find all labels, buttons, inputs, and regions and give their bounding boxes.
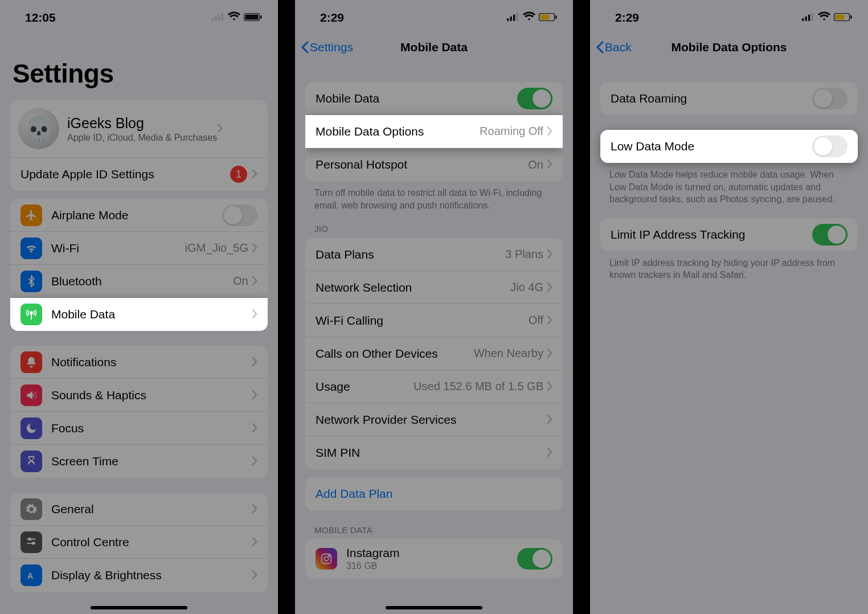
bell-icon [21, 351, 42, 373]
mobile-data-options-row[interactable]: Mobile Data Options Roaming Off [305, 115, 563, 148]
svg-point-22 [329, 555, 330, 556]
notifications-label: Notifications [51, 355, 252, 369]
app-toggle[interactable] [517, 548, 552, 570]
screen-time-row[interactable]: Screen Time [10, 445, 268, 478]
chevron-right-icon [547, 347, 552, 361]
svg-rect-14 [510, 17, 512, 21]
svg-rect-29 [850, 15, 852, 19]
bluetooth-label: Bluetooth [51, 275, 233, 288]
home-indicator[interactable] [91, 606, 187, 609]
profile-name: iGeeks Blog [67, 115, 217, 132]
status-right [212, 10, 262, 26]
bluetooth-row[interactable]: Bluetooth On [10, 265, 268, 298]
nav-bar: Back Mobile Data Options [590, 31, 868, 64]
mobile-data-group: Mobile Data Mobile Data Options Roaming … [305, 82, 563, 181]
control-centre-row[interactable]: Control Centre [10, 526, 268, 559]
chevron-right-icon [252, 535, 257, 549]
hotspot-label: Personal Hotspot [316, 158, 528, 171]
jio-group: Data Plans 3 Plans Network Selection Jio… [305, 238, 563, 469]
row-label: Usage [316, 380, 413, 394]
row-value: Off [529, 314, 543, 327]
row-label: SIM PIN [316, 446, 547, 460]
chevron-right-icon [217, 122, 223, 136]
provider-row[interactable]: Network Provider Services [305, 403, 563, 436]
status-right [802, 10, 852, 26]
bluetooth-value: On [233, 275, 248, 288]
wifi-label: Wi-Fi [51, 241, 185, 255]
mobile-data-label: Mobile Data [51, 308, 252, 321]
network-selection-row[interactable]: Network Selection Jio 4G [305, 271, 563, 304]
instagram-icon [316, 548, 337, 570]
options-value: Roaming Off [480, 125, 543, 138]
data-roaming-row[interactable]: Data Roaming [600, 82, 858, 115]
mobile-data-row[interactable]: Mobile Data [10, 298, 268, 331]
add-data-plan-row[interactable]: Add Data Plan [305, 477, 563, 510]
wifi-calling-row[interactable]: Wi-Fi Calling Off [305, 304, 563, 337]
data-plans-row[interactable]: Data Plans 3 Plans [305, 238, 563, 271]
svg-rect-6 [260, 15, 262, 19]
airplane-row[interactable]: Airplane Mode [10, 199, 268, 232]
roaming-group: Data Roaming [600, 82, 858, 115]
chevron-left-icon [301, 41, 309, 54]
svg-text:A: A [27, 571, 34, 580]
update-apple-id-label: Update Apple ID Settings [21, 167, 230, 181]
low-data-note: Low Data Mode helps reduce mobile data u… [609, 169, 849, 206]
row-label: Wi-Fi Calling [316, 314, 529, 328]
page-title: Mobile Data [400, 40, 468, 54]
svg-point-7 [30, 312, 32, 314]
svg-rect-26 [812, 13, 813, 21]
mobile-data-toggle-row[interactable]: Mobile Data [305, 82, 563, 115]
screen-mobile-data: 2:29 Settings Mobile Data Mobile Data Mo… [295, 0, 573, 614]
back-button[interactable]: Back [596, 40, 632, 54]
low-data-toggle[interactable] [812, 136, 847, 157]
bluetooth-icon [21, 271, 42, 292]
chevron-right-icon [252, 421, 257, 435]
wifi-icon [523, 10, 535, 26]
low-data-group: Low Data Mode [600, 130, 858, 163]
svg-point-21 [324, 557, 328, 561]
badge: 1 [230, 166, 247, 183]
chevron-right-icon [547, 380, 552, 394]
status-bar: 12:05 [0, 0, 278, 31]
low-data-mode-row[interactable]: Low Data Mode [600, 130, 858, 163]
hotspot-row[interactable]: Personal Hotspot On [305, 148, 563, 181]
status-right [507, 10, 557, 26]
limit-ip-row[interactable]: Limit IP Address Tracking [600, 218, 858, 251]
chevron-right-icon [547, 248, 552, 261]
wifi-icon [228, 10, 240, 26]
limit-ip-toggle[interactable] [812, 224, 847, 245]
chevron-right-icon [547, 125, 552, 138]
screen-settings: 12:05 Settings 💀 iGeeks Blog Apple ID, i… [0, 0, 278, 614]
row-label: Calls on Other Devices [316, 347, 474, 361]
cellular-icon [507, 10, 519, 26]
calls-other-row[interactable]: Calls on Other Devices When Nearby [305, 337, 563, 370]
row-label: Network Selection [316, 281, 510, 294]
mobile-data-toggle[interactable] [517, 88, 552, 109]
display-row[interactable]: A Display & Brightness [10, 559, 268, 592]
airplane-toggle[interactable] [222, 204, 257, 226]
apple-id-row[interactable]: 💀 iGeeks Blog Apple ID, iCloud, Media & … [10, 100, 268, 158]
app-instagram-row[interactable]: Instagram 316 GB [305, 539, 563, 578]
add-plan-group: Add Data Plan [305, 477, 563, 510]
usage-row[interactable]: Usage Used 152.6 MB of 1.5 GB [305, 370, 563, 403]
update-apple-id-row[interactable]: Update Apple ID Settings 1 [10, 158, 268, 191]
sounds-row[interactable]: Sounds & Haptics [10, 379, 268, 412]
back-button[interactable]: Settings [301, 40, 353, 54]
svg-rect-19 [555, 15, 557, 19]
svg-rect-28 [836, 15, 845, 20]
svg-rect-2 [218, 14, 220, 21]
wifi-icon [21, 238, 42, 259]
home-indicator[interactable] [386, 606, 482, 609]
svg-rect-5 [245, 15, 259, 20]
notifications-row[interactable]: Notifications [10, 346, 268, 379]
svg-rect-25 [808, 14, 810, 21]
row-value: Jio 4G [510, 281, 543, 294]
chevron-right-icon [252, 275, 257, 288]
focus-row[interactable]: Focus [10, 412, 268, 445]
wifi-row[interactable]: Wi-Fi iGM_Jio_5G [10, 232, 268, 265]
general-label: General [51, 502, 252, 516]
limit-ip-note: Limit IP address tracking by hiding your… [609, 257, 849, 281]
general-row[interactable]: General [10, 493, 268, 526]
roaming-toggle[interactable] [812, 88, 847, 109]
sim-pin-row[interactable]: SIM PIN [305, 436, 563, 469]
